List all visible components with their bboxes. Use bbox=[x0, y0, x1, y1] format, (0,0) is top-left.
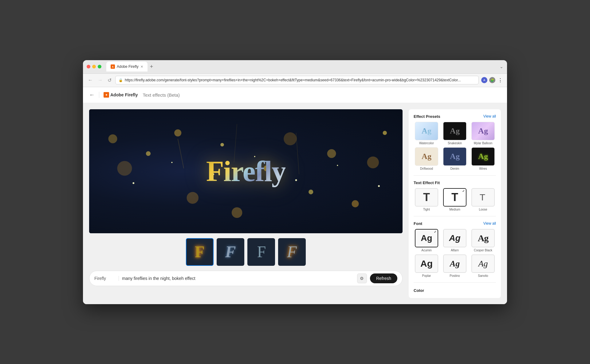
font-acumin[interactable]: Ag Acumin bbox=[414, 229, 439, 252]
close-button[interactable] bbox=[87, 65, 90, 68]
preset-mylar-ag: Ag bbox=[478, 126, 488, 136]
fit-thumb-loose: T bbox=[471, 188, 495, 207]
address-bar: ← → ↺ 🔒 https://firefly.adobe.com/genera… bbox=[83, 74, 507, 87]
font-view-all[interactable]: View all bbox=[483, 221, 496, 226]
security-lock-icon: 🔒 bbox=[119, 78, 123, 82]
preset-watercolor-label: Watercolor bbox=[419, 141, 434, 145]
preset-snakeskin-thumb: Ag bbox=[443, 122, 466, 140]
effect-presets-section: Effect Presets View all Ag Watercolor bbox=[414, 114, 496, 170]
minimize-button[interactable] bbox=[92, 65, 96, 68]
preset-wires-ag: Ag bbox=[478, 152, 488, 161]
preset-watercolor-ag: Ag bbox=[422, 126, 431, 136]
fit-medium-label: Medium bbox=[449, 208, 460, 211]
thumb-letter-3: F bbox=[257, 243, 266, 261]
text-effect-fit-header: Text Effect Fit bbox=[414, 180, 496, 185]
fit-thumb-tight: T bbox=[415, 188, 438, 207]
tab-expand-icon[interactable]: ⌄ bbox=[500, 64, 503, 69]
font-alfarn[interactable]: Ag Alfarn bbox=[442, 229, 468, 252]
font-grid: Ag Acumin Ag Alfarn Ag bbox=[414, 229, 496, 277]
page-title: Text effects (Beta) bbox=[143, 92, 180, 98]
font-header: Font View all bbox=[414, 221, 496, 226]
prompt-settings-button[interactable]: ⚙ bbox=[357, 273, 367, 283]
app-back-button[interactable]: ← bbox=[89, 92, 95, 98]
divider-1 bbox=[414, 175, 496, 176]
font-section: Font View all Ag Acumin Ag bbox=[414, 221, 496, 277]
preset-driftwood[interactable]: Ag Driftwood bbox=[414, 147, 439, 170]
thumbnail-4[interactable]: F bbox=[278, 238, 306, 266]
profile-icon[interactable]: A bbox=[481, 77, 487, 83]
preset-wires[interactable]: Ag Wires bbox=[470, 147, 496, 170]
tight-t-icon: T bbox=[423, 191, 430, 204]
title-bar: A Adobe Firefly ✕ + ⌄ bbox=[83, 60, 507, 74]
tab-favicon: A bbox=[111, 64, 115, 69]
forward-nav-button[interactable]: → bbox=[96, 76, 104, 84]
preset-mylar[interactable]: Ag Mylar Balloon bbox=[470, 122, 496, 145]
effect-presets-view-all[interactable]: View all bbox=[483, 114, 496, 118]
font-sanvito-label: Sanvito bbox=[478, 274, 488, 277]
preset-denim[interactable]: Ag Denim bbox=[442, 147, 468, 170]
font-alfarn-label: Alfarn bbox=[451, 249, 459, 252]
font-alfarn-thumb: Ag bbox=[443, 229, 466, 247]
font-postino-label: Postino bbox=[450, 274, 460, 277]
tab-close-button[interactable]: ✕ bbox=[140, 65, 143, 69]
refresh-nav-button[interactable]: ↺ bbox=[106, 76, 113, 84]
preset-snakeskin-label: Snakeskin bbox=[448, 141, 462, 145]
thumbnail-1[interactable]: F bbox=[186, 238, 214, 266]
preset-denim-label: Denim bbox=[450, 167, 459, 170]
font-cooper-black[interactable]: Ag Cooper Black bbox=[470, 229, 496, 252]
fit-option-loose[interactable]: T Loose bbox=[470, 188, 496, 211]
canvas-area: Firefly F F F F Firefly bbox=[89, 109, 403, 298]
fit-option-medium[interactable]: T Medium bbox=[442, 188, 468, 211]
app-title: Adobe Firefly bbox=[110, 92, 138, 97]
font-poplar-label: Poplar bbox=[422, 274, 431, 277]
adobe-logo: ✦ Adobe Firefly bbox=[104, 92, 138, 98]
thumbnail-2[interactable]: F bbox=[217, 238, 244, 266]
preset-watercolor[interactable]: Ag Watercolor bbox=[414, 122, 439, 145]
maximize-button[interactable] bbox=[98, 65, 101, 68]
thumbnails-row: F F F F bbox=[89, 238, 403, 266]
font-sanvito[interactable]: Ag Sanvito bbox=[470, 254, 496, 277]
presets-grid: Ag Watercolor Ag Snakeskin Ag bbox=[414, 122, 496, 170]
refresh-button[interactable]: Refresh bbox=[370, 273, 397, 283]
toolbar-icons: A 🧩 ⋮ bbox=[481, 77, 503, 83]
font-acumin-ag: Ag bbox=[421, 233, 432, 243]
traffic-lights bbox=[87, 65, 101, 68]
fit-option-tight[interactable]: T Tight bbox=[414, 188, 439, 211]
font-poplar[interactable]: Ag Poplar bbox=[414, 254, 439, 277]
font-cooper-thumb: Ag bbox=[471, 229, 495, 247]
thumb-letter-2: F bbox=[225, 243, 236, 261]
extensions-icon[interactable]: 🧩 bbox=[489, 77, 495, 83]
loose-t-icon: T bbox=[480, 192, 486, 203]
fit-tight-label: Tight bbox=[423, 208, 430, 211]
app-bar: ← ✦ Adobe Firefly Text effects (Beta) bbox=[83, 87, 507, 103]
font-postino-thumb: Ag bbox=[443, 254, 466, 273]
active-tab[interactable]: A Adobe Firefly ✕ bbox=[106, 62, 148, 72]
font-sanvito-ag: Ag bbox=[478, 259, 488, 269]
tab-bar: A Adobe Firefly ✕ + ⌄ bbox=[106, 62, 503, 72]
thumb-letter-4: F bbox=[287, 243, 297, 261]
back-nav-button[interactable]: ← bbox=[87, 76, 94, 84]
color-section: Color bbox=[414, 288, 496, 293]
font-postino-ag: Ag bbox=[450, 259, 460, 269]
effect-presets-title: Effect Presets bbox=[414, 114, 440, 119]
preset-snakeskin[interactable]: Ag Snakeskin bbox=[442, 122, 468, 145]
right-panel: Effect Presets View all Ag Watercolor bbox=[409, 109, 501, 298]
font-sanvito-thumb: Ag bbox=[471, 254, 495, 273]
new-tab-button[interactable]: + bbox=[150, 64, 153, 69]
font-acumin-thumb: Ag bbox=[415, 229, 438, 247]
fit-options: T Tight T Medium T bbox=[414, 188, 496, 211]
main-canvas: Firefly bbox=[89, 109, 403, 233]
preset-driftwood-label: Driftwood bbox=[420, 167, 433, 170]
color-title: Color bbox=[414, 288, 424, 293]
preset-mylar-thumb: Ag bbox=[471, 122, 495, 140]
prompt-input[interactable] bbox=[122, 276, 354, 281]
more-icon[interactable]: ⋮ bbox=[497, 77, 503, 83]
font-postino[interactable]: Ag Postino bbox=[442, 254, 468, 277]
preset-driftwood-ag: Ag bbox=[422, 152, 431, 161]
url-bar[interactable]: 🔒 https://firefly.adobe.com/generate/fon… bbox=[115, 76, 479, 84]
thumbnail-3[interactable]: F bbox=[247, 238, 275, 266]
url-text: https://firefly.adobe.com/generate/font-… bbox=[125, 78, 461, 82]
prompt-area: Firefly ⚙ Refresh bbox=[89, 271, 403, 286]
font-alfarn-ag: Ag bbox=[449, 233, 460, 243]
effect-presets-header: Effect Presets View all bbox=[414, 114, 496, 119]
